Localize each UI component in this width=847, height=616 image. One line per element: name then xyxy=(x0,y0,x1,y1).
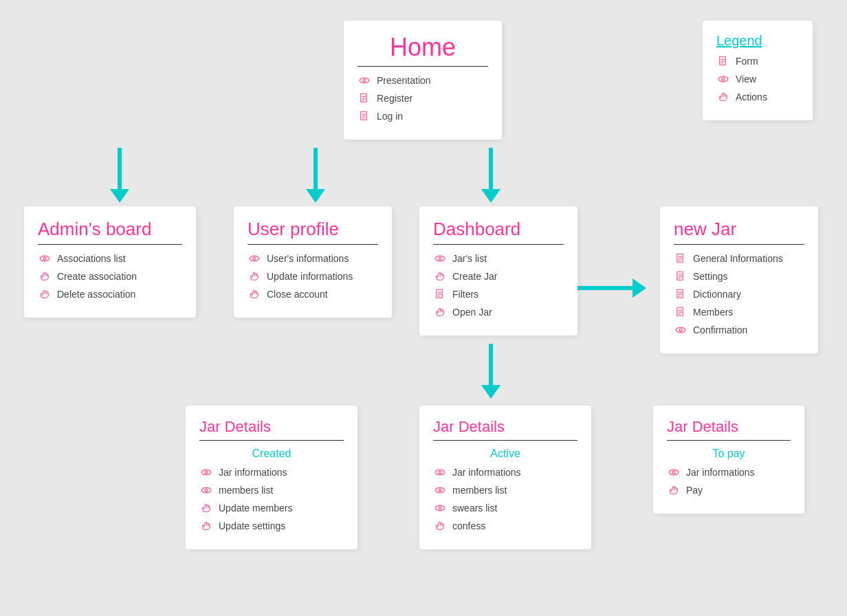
dashboard-filters-item: Filters xyxy=(433,287,564,301)
user-update-label: Update informations xyxy=(267,271,353,282)
home-title: Home xyxy=(358,33,488,62)
new-jar-title: new Jar xyxy=(674,219,804,240)
form-icon xyxy=(674,305,688,319)
arrow-to-user-profile xyxy=(306,148,325,203)
arrow-to-admin xyxy=(110,148,129,203)
admin-create-assoc-label: Create association xyxy=(57,271,137,282)
hand-icon xyxy=(248,270,261,283)
jar-details-topay-card: Jar Details To pay Jar informations Pay xyxy=(653,406,804,514)
jar-active-swears-label: swears list xyxy=(452,503,497,514)
dashboard-create-jar-label: Create Jar xyxy=(452,271,497,282)
jar-created-members-label: members list xyxy=(219,485,273,496)
eye-icon xyxy=(358,74,371,87)
eye-icon xyxy=(433,483,447,497)
jar-details-active-card: Jar Details Active Jar informations memb… xyxy=(419,406,591,549)
jar-active-members-item: members list xyxy=(433,483,578,497)
jar-details-active-subtitle: Active xyxy=(433,448,578,460)
admin-delete-assoc-item: Delete association xyxy=(38,287,182,301)
new-jar-general-label: General Informations xyxy=(693,253,783,264)
user-profile-card: User profile User's informations Update … xyxy=(234,206,392,318)
user-close-label: Close account xyxy=(267,289,328,300)
form-icon xyxy=(358,109,371,123)
user-info-label: User's informations xyxy=(267,253,349,264)
legend-form-item: Form xyxy=(716,54,799,68)
form-icon xyxy=(358,91,371,105)
user-profile-title: User profile xyxy=(248,219,378,240)
form-icon xyxy=(433,287,447,301)
svg-point-43 xyxy=(679,329,682,331)
dashboard-jar-list-label: Jar's list xyxy=(452,253,487,264)
jar-topay-pay-label: Pay xyxy=(686,485,703,496)
jar-created-update-settings-item: Update settings xyxy=(199,519,344,533)
new-jar-dict-item: Dictionnary xyxy=(674,287,804,301)
jar-created-update-members-item: Update members xyxy=(199,501,344,515)
admin-delete-assoc-label: Delete association xyxy=(57,289,135,300)
svg-point-17 xyxy=(43,257,46,260)
eye-icon xyxy=(199,483,213,497)
jar-topay-pay-item: Pay xyxy=(667,483,791,497)
hand-icon xyxy=(38,287,52,301)
hand-icon xyxy=(433,305,447,319)
home-presentation-label: Presentation xyxy=(377,75,431,86)
new-jar-confirmation-label: Confirmation xyxy=(693,324,747,336)
home-login-label: Log in xyxy=(377,111,403,122)
hand-icon xyxy=(667,483,681,497)
jar-active-confess-label: confess xyxy=(452,520,485,531)
legend-actions-item: Actions xyxy=(716,90,799,104)
dashboard-title: Dashboard xyxy=(433,219,564,240)
jar-topay-info-label: Jar informations xyxy=(686,467,755,478)
jar-details-active-title: Jar Details xyxy=(433,418,578,436)
svg-point-55 xyxy=(672,471,675,474)
home-register-label: Register xyxy=(377,93,412,104)
hand-icon xyxy=(716,90,730,104)
dashboard-create-jar-item: Create Jar xyxy=(433,270,564,283)
jar-details-active-items: Jar informations members list swears lis… xyxy=(433,465,578,533)
eye-icon xyxy=(433,252,447,265)
hand-icon xyxy=(199,519,213,533)
dashboard-items: Jar's list Create Jar Filters Open Jar xyxy=(433,252,564,319)
svg-point-53 xyxy=(439,507,441,509)
svg-point-45 xyxy=(205,471,208,474)
jar-active-swears-item: swears list xyxy=(433,501,578,515)
jar-active-members-label: members list xyxy=(452,485,507,496)
eye-icon xyxy=(38,252,52,265)
jar-active-info-item: Jar informations xyxy=(433,465,578,479)
dashboard-filters-label: Filters xyxy=(452,289,478,300)
jar-details-created-title: Jar Details xyxy=(199,418,344,436)
eye-icon xyxy=(674,323,688,337)
dashboard-jar-list-item: Jar's list xyxy=(433,252,564,265)
user-profile-items: User's informations Update informations … xyxy=(248,252,378,301)
jar-created-update-members-label: Update members xyxy=(219,503,292,514)
eye-icon xyxy=(433,501,447,515)
hand-icon xyxy=(433,519,447,533)
form-icon xyxy=(674,287,688,301)
legend-form-label: Form xyxy=(736,56,758,67)
svg-point-5 xyxy=(722,78,725,80)
hand-icon xyxy=(199,501,213,515)
jar-created-update-settings-label: Update settings xyxy=(219,520,285,531)
jar-active-info-label: Jar informations xyxy=(452,467,521,478)
jar-details-created-items: Jar informations members list Update mem… xyxy=(199,465,344,533)
eye-icon xyxy=(433,465,447,479)
legend-card: Legend Form View Actions xyxy=(703,21,813,120)
legend-items: Form View Actions xyxy=(716,54,799,104)
form-icon xyxy=(674,270,688,283)
dashboard-open-jar-item: Open Jar xyxy=(433,305,564,319)
home-register-item: Register xyxy=(358,91,488,105)
arrow-to-new-jar xyxy=(578,278,646,298)
home-presentation-item: Presentation xyxy=(358,74,488,87)
admin-create-assoc-item: Create association xyxy=(38,270,182,283)
hand-icon xyxy=(433,270,447,283)
svg-point-51 xyxy=(439,489,441,492)
jar-details-topay-title: Jar Details xyxy=(667,418,791,436)
user-info-item: User's informations xyxy=(248,252,378,265)
jar-topay-info-item: Jar informations xyxy=(667,465,791,479)
user-update-item: Update informations xyxy=(248,270,378,283)
svg-point-7 xyxy=(363,79,366,82)
new-jar-settings-item: Settings xyxy=(674,270,804,283)
svg-rect-8 xyxy=(361,94,367,102)
form-icon xyxy=(716,54,730,68)
dashboard-card: Dashboard Jar's list Create Jar Filters … xyxy=(419,206,578,336)
svg-point-19 xyxy=(253,257,256,260)
new-jar-dict-label: Dictionnary xyxy=(693,289,741,300)
